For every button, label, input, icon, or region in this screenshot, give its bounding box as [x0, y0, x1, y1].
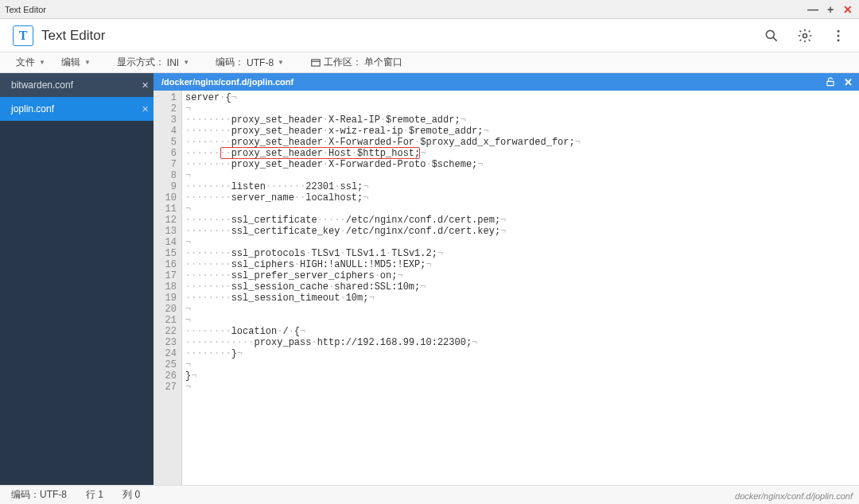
status-encoding: 编码：UTF-8: [11, 488, 67, 502]
window-titlebar: Text Editor — + ✕: [0, 0, 859, 19]
svg-point-3: [838, 29, 840, 32]
code-line: ········proxy_set_header·X-Forwarded-Pro…: [185, 159, 859, 170]
close-icon[interactable]: ✕: [142, 80, 149, 91]
gear-icon[interactable]: [797, 28, 813, 44]
window-title: Text Editor: [5, 5, 46, 14]
code-line: ········proxy_set_header·X-Real-IP·$remo…: [185, 114, 859, 126]
sidebar-tab-label: joplin.conf: [11, 103, 54, 114]
code-line: ¬: [185, 103, 859, 114]
separator: [297, 56, 297, 69]
more-icon[interactable]: [830, 28, 846, 44]
code-line: ¬: [185, 170, 859, 181]
app-title: Text Editor: [41, 28, 105, 44]
code-editor[interactable]: 1234567891011121314151617181920212223242…: [154, 91, 859, 485]
code-line: ¬: [185, 382, 859, 393]
app-logo-icon: T: [13, 25, 33, 46]
code-line: server·{¬: [185, 92, 859, 103]
chevron-down-icon: ▼: [183, 59, 189, 66]
line-gutter: 1234567891011121314151617181920212223242…: [154, 91, 182, 485]
code-line: ········server_name··localhost;¬: [185, 192, 859, 204]
status-bar: 编码：UTF-8 行 1 列 0: [0, 485, 859, 504]
code-line: ········ssl_session_cache·shared:SSL:10m…: [185, 281, 859, 293]
separator: [202, 56, 203, 69]
svg-point-0: [766, 30, 774, 38]
workspace-select[interactable]: 工作区： 单个窗口: [304, 52, 409, 72]
editor-area: /docker/nginx/conf.d/joplin.conf ✕ 12345…: [154, 73, 859, 485]
separator: [103, 56, 104, 69]
chevron-down-icon: ▼: [278, 59, 284, 66]
close-icon[interactable]: ✕: [844, 76, 853, 88]
chevron-down-icon: ▼: [84, 59, 91, 66]
search-icon[interactable]: [764, 28, 779, 44]
menu-file[interactable]: 文件▼: [10, 52, 52, 72]
code-line: ¬: [185, 315, 859, 326]
encoding-select[interactable]: 编码： UTF-8 ▼: [209, 52, 290, 72]
code-line: ¬: [185, 304, 859, 315]
code-line: ············proxy_pass·http://192.168.99…: [185, 337, 859, 348]
sidebar: bitwarden.conf ✕ joplin.conf ✕: [0, 73, 154, 485]
code-line: ········listen·······22301·ssl;¬: [185, 181, 859, 192]
window-controls: — + ✕: [807, 3, 854, 16]
file-path-actions: ✕: [825, 76, 853, 88]
svg-line-1: [773, 37, 777, 41]
svg-rect-8: [827, 81, 834, 85]
chevron-down-icon: ▼: [39, 59, 45, 66]
unlock-icon[interactable]: [825, 76, 836, 87]
sidebar-tab-joplin[interactable]: joplin.conf ✕: [0, 97, 154, 121]
close-icon[interactable]: ✕: [142, 104, 149, 114]
svg-point-5: [838, 39, 840, 41]
close-button[interactable]: ✕: [842, 3, 854, 16]
sidebar-tab-label: bitwarden.conf: [11, 79, 73, 91]
code-line: ········location·/·{¬: [185, 326, 859, 337]
svg-point-2: [803, 33, 807, 37]
code-line: ········proxy_set_header·x-wiz-real-ip·$…: [185, 126, 859, 137]
app-header-right: [764, 28, 846, 44]
code-line: ········ssl_protocols·TLSv1·TLSv1.1·TLSv…: [185, 248, 859, 259]
code-line: ¬: [185, 204, 859, 215]
view-mode-select[interactable]: 显示方式： INI ▼: [111, 52, 196, 72]
code-line: ········ssl_session_timeout·10m;¬: [185, 293, 859, 304]
code-line: ········proxy_set_header·Host·$http_host…: [185, 148, 859, 159]
status-line: 行 1: [86, 488, 103, 502]
file-path: /docker/nginx/conf.d/joplin.conf: [161, 77, 293, 87]
code-line: ········ssl_ciphers·HIGH:!aNULL:!MD5:!EX…: [185, 259, 859, 270]
code-line: }¬: [185, 370, 859, 382]
minimize-button[interactable]: —: [807, 3, 819, 16]
code-line: ········ssl_certificate·····/etc/nginx/c…: [185, 215, 859, 226]
code-line: ········proxy_set_header·X-Forwarded-For…: [185, 137, 859, 148]
status-col: 列 0: [122, 488, 140, 502]
code-content[interactable]: server·{¬¬········proxy_set_header·X-Rea…: [182, 91, 859, 485]
svg-point-4: [838, 34, 840, 37]
file-path-bar: /docker/nginx/conf.d/joplin.conf ✕: [154, 73, 859, 91]
toolbar: 文件▼ 编辑▼ 显示方式： INI ▼ 编码： UTF-8 ▼ 工作区： 单个窗…: [0, 52, 859, 73]
menu-edit[interactable]: 编辑▼: [55, 52, 97, 72]
code-line: ········ssl_certificate_key·/etc/nginx/c…: [185, 226, 859, 237]
app-header: T Text Editor: [0, 19, 859, 52]
code-line: ········ssl_prefer_server_ciphers·on;¬: [185, 270, 859, 281]
main-area: bitwarden.conf ✕ joplin.conf ✕ /docker/n…: [0, 73, 859, 485]
app-header-left: T Text Editor: [13, 25, 105, 46]
window-icon: [310, 57, 321, 68]
code-line: ········}¬: [185, 348, 859, 359]
maximize-button[interactable]: +: [824, 3, 837, 16]
code-line: ¬: [185, 359, 859, 370]
svg-rect-6: [312, 59, 321, 65]
code-line: ¬: [185, 237, 859, 248]
sidebar-tab-bitwarden[interactable]: bitwarden.conf ✕: [0, 73, 154, 97]
